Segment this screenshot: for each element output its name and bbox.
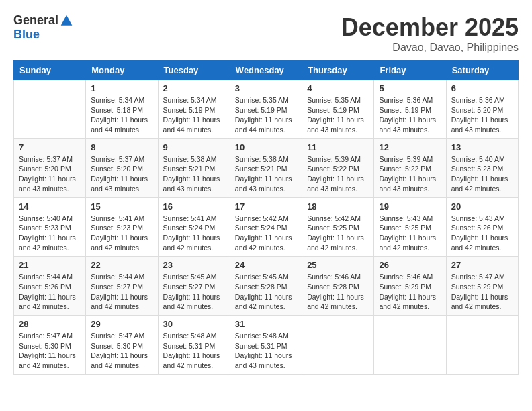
logo-blue-text: Blue bbox=[13, 28, 40, 42]
day-number: 31 bbox=[235, 319, 297, 329]
table-row bbox=[14, 80, 86, 139]
table-row: 20Sunrise: 5:43 AMSunset: 5:26 PMDayligh… bbox=[446, 197, 518, 257]
month-title: December 2025 bbox=[341, 13, 519, 42]
day-number: 12 bbox=[379, 142, 441, 152]
day-number: 11 bbox=[307, 142, 369, 152]
header-friday: Friday bbox=[374, 61, 446, 80]
table-row: 24Sunrise: 5:45 AMSunset: 5:28 PMDayligh… bbox=[230, 257, 302, 316]
title-section: December 2025 Davao, Davao, Philippines bbox=[341, 13, 519, 54]
day-number: 3 bbox=[235, 83, 297, 93]
table-row: 17Sunrise: 5:42 AMSunset: 5:24 PMDayligh… bbox=[230, 197, 302, 257]
day-info: Sunrise: 5:38 AMSunset: 5:21 PMDaylight:… bbox=[235, 154, 297, 194]
calendar-week-row: 21Sunrise: 5:44 AMSunset: 5:26 PMDayligh… bbox=[14, 257, 519, 316]
day-info: Sunrise: 5:41 AMSunset: 5:23 PMDaylight:… bbox=[91, 214, 152, 253]
day-number: 15 bbox=[91, 201, 152, 212]
table-row: 3Sunrise: 5:35 AMSunset: 5:19 PMDaylight… bbox=[230, 80, 302, 139]
day-number: 21 bbox=[19, 260, 81, 270]
header-saturday: Saturday bbox=[446, 61, 518, 80]
day-number: 1 bbox=[91, 83, 152, 93]
day-info: Sunrise: 5:36 AMSunset: 5:20 PMDaylight:… bbox=[451, 95, 513, 135]
day-number: 30 bbox=[163, 319, 225, 329]
calendar-header-row: Sunday Monday Tuesday Wednesday Thursday… bbox=[14, 61, 519, 80]
day-info: Sunrise: 5:34 AMSunset: 5:19 PMDaylight:… bbox=[163, 95, 225, 135]
header-tuesday: Tuesday bbox=[158, 61, 230, 80]
table-row: 15Sunrise: 5:41 AMSunset: 5:23 PMDayligh… bbox=[86, 197, 158, 257]
day-info: Sunrise: 5:47 AMSunset: 5:30 PMDaylight:… bbox=[91, 331, 152, 371]
day-number: 24 bbox=[235, 260, 297, 270]
day-info: Sunrise: 5:43 AMSunset: 5:26 PMDaylight:… bbox=[451, 214, 513, 253]
table-row: 30Sunrise: 5:48 AMSunset: 5:31 PMDayligh… bbox=[158, 316, 230, 375]
calendar-week-row: 28Sunrise: 5:47 AMSunset: 5:30 PMDayligh… bbox=[14, 316, 519, 375]
day-number: 9 bbox=[163, 142, 225, 152]
day-info: Sunrise: 5:34 AMSunset: 5:18 PMDaylight:… bbox=[91, 95, 152, 135]
day-info: Sunrise: 5:40 AMSunset: 5:23 PMDaylight:… bbox=[19, 214, 81, 253]
day-info: Sunrise: 5:35 AMSunset: 5:19 PMDaylight:… bbox=[307, 95, 369, 135]
day-number: 6 bbox=[451, 83, 513, 93]
day-info: Sunrise: 5:37 AMSunset: 5:20 PMDaylight:… bbox=[91, 154, 152, 194]
table-row: 9Sunrise: 5:38 AMSunset: 5:21 PMDaylight… bbox=[158, 138, 230, 197]
day-info: Sunrise: 5:43 AMSunset: 5:25 PMDaylight:… bbox=[379, 214, 441, 253]
day-info: Sunrise: 5:40 AMSunset: 5:23 PMDaylight:… bbox=[451, 154, 513, 194]
day-info: Sunrise: 5:48 AMSunset: 5:31 PMDaylight:… bbox=[235, 331, 297, 371]
day-info: Sunrise: 5:45 AMSunset: 5:27 PMDaylight:… bbox=[163, 272, 225, 312]
table-row: 8Sunrise: 5:37 AMSunset: 5:20 PMDaylight… bbox=[86, 138, 158, 197]
table-row bbox=[374, 316, 446, 375]
table-row: 23Sunrise: 5:45 AMSunset: 5:27 PMDayligh… bbox=[158, 257, 230, 316]
day-number: 22 bbox=[91, 260, 152, 270]
table-row: 26Sunrise: 5:46 AMSunset: 5:29 PMDayligh… bbox=[374, 257, 446, 316]
table-row: 28Sunrise: 5:47 AMSunset: 5:30 PMDayligh… bbox=[14, 316, 86, 375]
location-subtitle: Davao, Davao, Philippines bbox=[341, 42, 519, 54]
day-number: 5 bbox=[379, 83, 441, 93]
day-info: Sunrise: 5:39 AMSunset: 5:22 PMDaylight:… bbox=[307, 154, 369, 194]
day-number: 18 bbox=[307, 201, 369, 212]
day-info: Sunrise: 5:44 AMSunset: 5:27 PMDaylight:… bbox=[91, 272, 152, 312]
logo-general-text: General bbox=[13, 13, 58, 28]
day-info: Sunrise: 5:41 AMSunset: 5:24 PMDaylight:… bbox=[163, 214, 225, 253]
day-info: Sunrise: 5:42 AMSunset: 5:25 PMDaylight:… bbox=[307, 214, 369, 253]
day-number: 20 bbox=[451, 201, 513, 212]
table-row: 2Sunrise: 5:34 AMSunset: 5:19 PMDaylight… bbox=[158, 80, 230, 139]
day-number: 29 bbox=[91, 319, 152, 329]
day-info: Sunrise: 5:38 AMSunset: 5:21 PMDaylight:… bbox=[163, 154, 225, 194]
table-row: 4Sunrise: 5:35 AMSunset: 5:19 PMDaylight… bbox=[302, 80, 374, 139]
day-number: 7 bbox=[19, 142, 81, 152]
day-number: 10 bbox=[235, 142, 297, 152]
header-wednesday: Wednesday bbox=[230, 61, 302, 80]
day-number: 8 bbox=[91, 142, 152, 152]
day-info: Sunrise: 5:46 AMSunset: 5:29 PMDaylight:… bbox=[379, 272, 441, 312]
table-row: 19Sunrise: 5:43 AMSunset: 5:25 PMDayligh… bbox=[374, 197, 446, 257]
table-row: 31Sunrise: 5:48 AMSunset: 5:31 PMDayligh… bbox=[230, 316, 302, 375]
table-row: 27Sunrise: 5:47 AMSunset: 5:29 PMDayligh… bbox=[446, 257, 518, 316]
calendar-table: Sunday Monday Tuesday Wednesday Thursday… bbox=[13, 60, 519, 375]
table-row: 14Sunrise: 5:40 AMSunset: 5:23 PMDayligh… bbox=[14, 197, 86, 257]
day-number: 16 bbox=[163, 201, 225, 212]
table-row: 6Sunrise: 5:36 AMSunset: 5:20 PMDaylight… bbox=[446, 80, 518, 139]
day-info: Sunrise: 5:37 AMSunset: 5:20 PMDaylight:… bbox=[19, 154, 81, 194]
table-row: 21Sunrise: 5:44 AMSunset: 5:26 PMDayligh… bbox=[14, 257, 86, 316]
day-info: Sunrise: 5:46 AMSunset: 5:28 PMDaylight:… bbox=[307, 272, 369, 312]
table-row: 5Sunrise: 5:36 AMSunset: 5:19 PMDaylight… bbox=[374, 80, 446, 139]
table-row: 11Sunrise: 5:39 AMSunset: 5:22 PMDayligh… bbox=[302, 138, 374, 197]
table-row: 25Sunrise: 5:46 AMSunset: 5:28 PMDayligh… bbox=[302, 257, 374, 316]
day-number: 17 bbox=[235, 201, 297, 212]
day-info: Sunrise: 5:47 AMSunset: 5:29 PMDaylight:… bbox=[451, 272, 513, 312]
day-number: 25 bbox=[307, 260, 369, 270]
day-info: Sunrise: 5:45 AMSunset: 5:28 PMDaylight:… bbox=[235, 272, 297, 312]
page-header: General Blue December 2025 Davao, Davao,… bbox=[13, 13, 519, 54]
table-row: 13Sunrise: 5:40 AMSunset: 5:23 PMDayligh… bbox=[446, 138, 518, 197]
day-number: 14 bbox=[19, 201, 81, 212]
day-info: Sunrise: 5:35 AMSunset: 5:19 PMDaylight:… bbox=[235, 95, 297, 135]
calendar-week-row: 7Sunrise: 5:37 AMSunset: 5:20 PMDaylight… bbox=[14, 138, 519, 197]
table-row: 10Sunrise: 5:38 AMSunset: 5:21 PMDayligh… bbox=[230, 138, 302, 197]
logo: General Blue bbox=[13, 13, 73, 42]
day-number: 19 bbox=[379, 201, 441, 212]
table-row: 12Sunrise: 5:39 AMSunset: 5:22 PMDayligh… bbox=[374, 138, 446, 197]
header-thursday: Thursday bbox=[302, 61, 374, 80]
day-number: 4 bbox=[307, 83, 369, 93]
day-info: Sunrise: 5:42 AMSunset: 5:24 PMDaylight:… bbox=[235, 214, 297, 253]
header-sunday: Sunday bbox=[14, 61, 86, 80]
table-row: 1Sunrise: 5:34 AMSunset: 5:18 PMDaylight… bbox=[86, 80, 158, 139]
day-number: 23 bbox=[163, 260, 225, 270]
table-row: 7Sunrise: 5:37 AMSunset: 5:20 PMDaylight… bbox=[14, 138, 86, 197]
day-number: 13 bbox=[451, 142, 513, 152]
